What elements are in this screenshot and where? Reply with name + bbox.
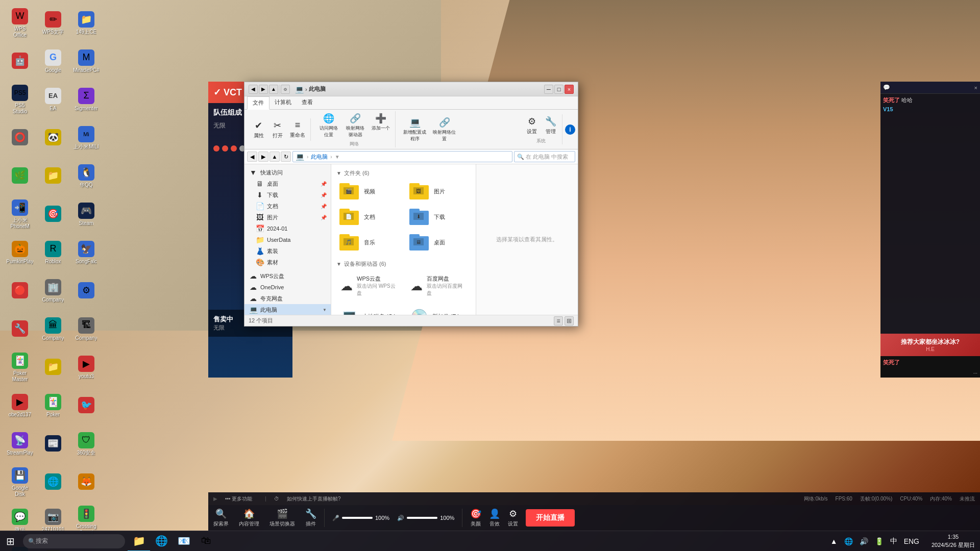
folders-section-header[interactable]: ▼ 文件夹 (6)	[336, 169, 471, 177]
icon-ps5[interactable]: PS5 PS5 Studio	[5, 82, 35, 117]
ribbon-btn-properties[interactable]: ✔ 属性	[250, 118, 267, 141]
sidebar-item-素装[interactable]: 👗 素装	[244, 245, 331, 257]
stream-ctrl-extra2[interactable]: 👤 音效	[489, 508, 500, 528]
icon-folder-yellow[interactable]: 📁	[38, 158, 68, 194]
more-tips-text[interactable]: ••• 更多功能	[225, 495, 252, 503]
sidebar-item-素材[interactable]: 🎨 素材	[244, 257, 331, 268]
taskbar-app-mail[interactable]: 📧	[173, 531, 195, 552]
ribbon-btn-open[interactable]: ✂ 打开	[268, 118, 286, 141]
drives-section-header[interactable]: ▼ 设备和驱动器 (6)	[336, 260, 471, 268]
icon-news[interactable]: 📰	[38, 426, 68, 462]
stream-ctrl-explore[interactable]: 🔍 探索界	[213, 508, 229, 528]
file-item-videos[interactable]: 🎬 视频	[336, 181, 401, 202]
up-arrow[interactable]: ▲	[270, 152, 280, 162]
tray-network[interactable]: 🌐	[842, 536, 855, 546]
sidebar-item-userdata[interactable]: 📁 UserData	[244, 234, 331, 245]
stream-ctrl-extra1[interactable]: 🎯 美颜	[470, 508, 481, 528]
icon-red2[interactable]: 🔧	[5, 311, 35, 347]
up-button[interactable]: ▲	[269, 85, 278, 94]
stream-ctrl-scenes[interactable]: 🎬 场景切换器	[270, 508, 295, 528]
icon-company[interactable]: 🏢 Company	[38, 273, 68, 309]
icon-bird[interactable]: 🐦	[71, 388, 101, 423]
sidebar-item-this-pc[interactable]: 💻 此电脑 ▼	[244, 304, 331, 315]
tray-expand[interactable]: ▲	[828, 536, 840, 546]
icon-steam[interactable]: 🎮 Steam	[71, 196, 101, 232]
breadcrumb-this-pc[interactable]: 此电脑	[311, 153, 328, 161]
forward-button[interactable]: ▶	[259, 85, 268, 94]
close-button[interactable]: ×	[565, 85, 574, 94]
speaker-slider[interactable]	[407, 517, 437, 519]
sidebar-item-desktop[interactable]: 🖥 桌面 📌	[244, 178, 331, 189]
icon-red1[interactable]: 🔴	[5, 273, 35, 309]
grid-view-button[interactable]: ⊞	[565, 316, 574, 325]
icon-company3[interactable]: 🏗 Company	[71, 311, 101, 347]
ribbon-btn-map-network[interactable]: 🔗 映射网络位置	[430, 115, 458, 144]
stream-ctrl-extra3[interactable]: ⚙ 设置	[508, 508, 518, 528]
sidebar-quick-access-header[interactable]: ▼ 快速访问	[244, 167, 331, 178]
taskbar-app-edge[interactable]: 🌐	[150, 531, 173, 552]
chat-close[interactable]: ×	[974, 85, 977, 91]
icon-teal1[interactable]: 🎯	[38, 196, 68, 232]
icon-roblox[interactable]: R Roblox	[38, 235, 68, 270]
file-item-music[interactable]: 🎵 音乐	[336, 232, 401, 253]
drive-item-baidu[interactable]: ☁ 百度网盘 双击访问百度网盘	[406, 272, 471, 300]
file-item-pictures[interactable]: 🖼 图片	[406, 181, 471, 202]
refresh-arrow[interactable]: ↻	[281, 152, 291, 162]
taskbar-app-store[interactable]: 🛍	[195, 531, 217, 552]
icon-wps-office[interactable]: W WPS Office	[5, 5, 35, 41]
icon-xiaomi[interactable]: Mi 上小米MILI	[71, 120, 101, 156]
icon-poker2[interactable]: 🃏 Poker	[38, 388, 68, 423]
icon-poker[interactable]: 🃏 Poker Master	[5, 349, 35, 385]
drive-item-wps[interactable]: ☁ WPS云盘 双击访问 WPS云盘	[336, 272, 401, 300]
file-item-desktop[interactable]: 🖥 桌面	[406, 232, 471, 253]
tray-input[interactable]: 中	[888, 536, 899, 547]
search-box[interactable]: 🔍 在 此电脑 中搜索	[514, 151, 575, 162]
icon-stream[interactable]: 📡 StreamPlay	[5, 426, 35, 462]
minimize-button[interactable]: ─	[544, 85, 553, 94]
icon-folder1[interactable]: 📁 149上CE	[71, 5, 101, 41]
icon-control[interactable]: ⚙	[71, 273, 101, 309]
ribbon-btn-add[interactable]: ➕ 添加一个	[369, 111, 393, 140]
mic-slider[interactable]	[342, 517, 373, 519]
back-button[interactable]: ◀	[249, 85, 258, 94]
icon-googledisk[interactable]: 💾 Google Disk	[5, 464, 35, 500]
tray-battery[interactable]: 🔋	[873, 536, 886, 546]
drive-item-e[interactable]: 💿 新加卷 (E:) 3.27 TB 可用，	[406, 305, 471, 315]
icon-pumpkin[interactable]: 🎃 PumkinPlay	[5, 235, 35, 270]
taskbar-app-file-explorer[interactable]: 📁	[128, 531, 150, 552]
stream-ctrl-tools[interactable]: 🔧 插件	[305, 508, 316, 528]
list-view-button[interactable]: ≡	[554, 316, 563, 325]
icon-web[interactable]: 🌐	[38, 464, 68, 500]
address-bar[interactable]: 💻 › 此电脑 › ▼	[292, 151, 512, 162]
tab-file[interactable]: 文件	[247, 96, 270, 110]
icon-circle[interactable]: ⭕	[5, 120, 35, 156]
icon-eagle[interactable]: 🦅 SongFalc	[71, 235, 101, 270]
ribbon-btn-new-config[interactable]: 💻 新增配置成程序	[401, 115, 429, 144]
maximize-button[interactable]: □	[554, 85, 564, 94]
icon-google[interactable]: G Google	[38, 43, 68, 79]
chat-more[interactable]: ···	[973, 370, 977, 376]
sidebar-item-pictures[interactable]: 🖼 图片 📌	[244, 212, 331, 223]
file-item-documents[interactable]: 📄 文档	[336, 207, 401, 227]
icon-youtube2[interactable]: ▶ obe2d137	[5, 388, 35, 423]
chat-ad[interactable]: 推荐大家都坐冰冰冰? H.E	[880, 334, 980, 356]
icon-panda[interactable]: 🐼	[38, 120, 68, 156]
icon-ironman[interactable]: 🤖	[5, 43, 35, 79]
sidebar-item-2024[interactable]: 📅 2024-01	[244, 223, 331, 234]
ribbon-btn-access-network[interactable]: 🌐 访问网络位置	[316, 111, 341, 140]
ribbon-btn-manage[interactable]: 🔧 管理	[542, 114, 559, 137]
forward-arrow[interactable]: ▶	[258, 152, 268, 162]
icon-360[interactable]: 🛡 360安全	[71, 426, 101, 462]
sidebar-item-downloads[interactable]: ⬇ 下载 📌	[244, 189, 331, 201]
tray-volume[interactable]: 🔊	[857, 536, 870, 546]
file-item-downloads[interactable]: ⬇ 下载	[406, 207, 471, 227]
recent-button[interactable]: ⌾	[281, 85, 290, 94]
icon-qq[interactable]: 🐧 华QQ	[71, 158, 101, 194]
ribbon-btn-rename[interactable]: ≡ 重命名	[287, 118, 308, 141]
icon-company2[interactable]: 🏛 Company	[38, 311, 68, 347]
ribbon-btn-settings[interactable]: ⚙ 设置	[523, 114, 541, 137]
ribbon-btn-map-drive[interactable]: 🔗 映射网络驱动器	[342, 111, 368, 140]
drive-item-c[interactable]: 💻 本地磁盘 (C:) 2.30 GB 可用，	[336, 305, 401, 315]
icon-wps-writer[interactable]: ✏ WPS文字	[38, 5, 68, 41]
breadcrumb-dropdown[interactable]: ▼	[335, 154, 340, 160]
